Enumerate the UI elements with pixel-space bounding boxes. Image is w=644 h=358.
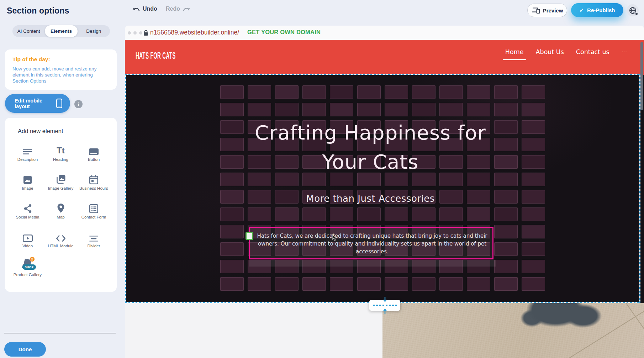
upgrade-arrow-badge: ⬆ bbox=[30, 257, 35, 262]
element-html-module[interactable]: HTML Module bbox=[44, 228, 77, 257]
video-icon bbox=[11, 230, 44, 242]
page-title: Section options bbox=[7, 6, 69, 16]
tip-of-the-day-card: Tip of the day: Now you can add, move an… bbox=[5, 49, 117, 90]
image-icon bbox=[11, 172, 44, 184]
add-new-element-panel: Add new element Description Tt Heading B… bbox=[5, 118, 117, 292]
chrome-dot bbox=[133, 31, 137, 35]
description-icon bbox=[11, 143, 44, 156]
lock-icon bbox=[143, 30, 148, 36]
business-hours-icon bbox=[77, 172, 110, 184]
browser-scrollbar-thumb[interactable] bbox=[640, 42, 643, 110]
element-map[interactable]: Map bbox=[44, 199, 77, 228]
element-drag-handle[interactable] bbox=[246, 232, 253, 240]
nav-home[interactable]: Home bbox=[505, 48, 524, 56]
element-contact-form[interactable]: Contact Form bbox=[77, 199, 110, 228]
info-icon[interactable]: i bbox=[74, 100, 83, 108]
tip-body: Now you can add, move and resize any ele… bbox=[12, 66, 109, 84]
element-social-media[interactable]: Social Media bbox=[11, 199, 44, 228]
element-description[interactable]: Description bbox=[11, 141, 44, 170]
arrow-down-icon bbox=[382, 297, 388, 303]
next-section-blank bbox=[125, 303, 382, 358]
hero-paragraph[interactable]: Hats for Cats, we are dedicated to craft… bbox=[246, 232, 498, 256]
edit-mobile-layout-label: Edit mobile layout bbox=[15, 98, 56, 109]
section-options-editor: Section options Undo Redo Preview ✓ Re-P… bbox=[0, 0, 644, 358]
active-nav-underline bbox=[503, 59, 526, 60]
site-logo[interactable]: HATS FOR CATS bbox=[136, 51, 176, 61]
selected-paragraph-element[interactable]: Hats for Cats, we are dedicated to craft… bbox=[249, 227, 493, 259]
get-your-own-domain-link[interactable]: GET YOUR OWN DOMAIN bbox=[247, 29, 321, 36]
hero-subheading[interactable]: More than Just Accessories bbox=[246, 193, 495, 204]
element-business-hours[interactable]: Business Hours bbox=[77, 170, 110, 199]
resize-dash-line bbox=[373, 305, 397, 306]
tab-ai-content[interactable]: AI Content bbox=[12, 25, 45, 37]
element-grid: Description Tt Heading Button Image bbox=[11, 141, 111, 285]
add-element-title: Add new element bbox=[18, 128, 63, 135]
cat-shadow bbox=[500, 303, 607, 337]
browser-chrome-bar: n1566589.websitebuilder.online/ GET YOUR… bbox=[125, 26, 644, 40]
section-selection-border-top bbox=[125, 74, 640, 75]
social-media-icon bbox=[11, 201, 44, 213]
element-image-gallery[interactable]: Image Gallery bbox=[44, 170, 77, 199]
element-divider[interactable]: Divider bbox=[77, 228, 110, 257]
tip-title: Tip of the day: bbox=[12, 56, 109, 63]
site-preview-area: n1566589.websitebuilder.online/ GET YOUR… bbox=[125, 0, 644, 358]
site-nav: Home About Us Contact us ··· bbox=[505, 48, 627, 56]
nav-contact-us[interactable]: Contact us bbox=[576, 48, 609, 56]
element-video[interactable]: Video bbox=[11, 228, 44, 257]
section-resize-handle[interactable] bbox=[369, 300, 400, 311]
divider-icon bbox=[77, 230, 110, 242]
element-image[interactable]: Image bbox=[11, 170, 44, 199]
element-heading[interactable]: Tt Heading bbox=[44, 141, 77, 170]
tab-elements[interactable]: Elements bbox=[45, 25, 77, 37]
tab-design[interactable]: Design bbox=[78, 25, 110, 37]
mouse-cursor bbox=[332, 234, 337, 241]
html-code-icon bbox=[44, 230, 77, 242]
done-button[interactable]: Done bbox=[4, 342, 46, 357]
heading-icon: Tt bbox=[44, 143, 77, 156]
element-product-gallery[interactable]: ⬆ SHOP Product Gallery bbox=[11, 257, 44, 285]
element-button[interactable]: Button bbox=[77, 141, 110, 170]
arrow-up-icon bbox=[382, 308, 388, 314]
nav-about-us[interactable]: About Us bbox=[536, 48, 564, 56]
floor-seam-line bbox=[616, 303, 644, 338]
edit-mobile-layout-button[interactable]: Edit mobile layout bbox=[5, 94, 70, 113]
contact-form-icon bbox=[77, 201, 110, 213]
button-icon bbox=[77, 143, 110, 156]
phone-icon bbox=[56, 99, 62, 108]
next-section-image bbox=[382, 303, 644, 358]
hero-heading[interactable]: Crafting Happiness for Your Cats bbox=[246, 118, 495, 177]
product-gallery-icon: ⬆ SHOP bbox=[11, 259, 44, 271]
hero-section[interactable]: Crafting Happiness for Your Cats More th… bbox=[125, 75, 644, 303]
element-hover-band bbox=[249, 260, 496, 267]
sidebar-tab-bar: AI Content Elements Design bbox=[12, 25, 110, 37]
map-pin-icon bbox=[44, 201, 77, 213]
site-url[interactable]: n1566589.websitebuilder.online/ bbox=[150, 29, 239, 36]
image-gallery-icon bbox=[44, 172, 77, 184]
chrome-dot bbox=[139, 31, 142, 35]
shop-badge: SHOP bbox=[22, 264, 36, 270]
chrome-dot bbox=[128, 31, 131, 35]
sidebar-divider bbox=[4, 333, 116, 333]
site-header: HATS FOR CATS Home About Us Contact us ·… bbox=[125, 40, 644, 75]
nav-more-menu[interactable]: ··· bbox=[622, 49, 627, 55]
section-selection-border-left bbox=[125, 74, 126, 303]
